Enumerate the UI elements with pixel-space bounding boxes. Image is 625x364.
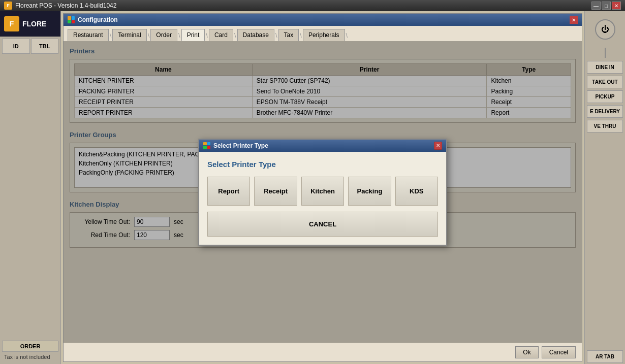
drive-thru-button[interactable]: VE THRU <box>587 120 623 133</box>
tab-card[interactable]: Card <box>209 29 233 41</box>
modal-overlay: Select Printer Type ✕ Select Printer Typ… <box>64 41 582 343</box>
modal-titlebar-left: Select Printer Type <box>203 142 268 149</box>
power-button-container: ⏻ <box>585 11 625 48</box>
minimize-button[interactable]: — <box>591 2 601 10</box>
select-printer-type-dialog: Select Printer Type ✕ Select Printer Typ… <box>198 139 447 246</box>
sidebar-top-buttons: ID TBL <box>0 37 60 56</box>
title-bar-controls[interactable]: — □ ✕ <box>591 2 621 10</box>
tab-sep-6: \ <box>275 31 277 41</box>
config-titlebar-left: Configuration <box>68 16 118 23</box>
tab-database[interactable]: Database <box>237 29 274 41</box>
tab-restaurant[interactable]: Restaurant <box>68 29 109 41</box>
report-type-button[interactable]: Report <box>207 177 250 206</box>
config-dialog: Configuration ✕ Restaurant \ Terminal \ … <box>63 13 582 362</box>
tab-sep-4: \ <box>206 31 208 41</box>
tab-sep-1: \ <box>110 31 112 41</box>
tab-print[interactable]: Print <box>181 29 205 41</box>
close-button[interactable]: ✕ <box>612 2 621 10</box>
config-footer: Ok Cancel <box>64 343 582 361</box>
divider <box>605 48 606 58</box>
modal-windows-logo <box>203 142 210 149</box>
delivery-button[interactable]: E DELIVERY <box>587 105 623 118</box>
config-close-button[interactable]: ✕ <box>570 16 578 24</box>
ok-button[interactable]: Ok <box>515 346 538 358</box>
app-logo-icon: F <box>4 2 12 10</box>
modal-close-button[interactable]: ✕ <box>434 142 442 150</box>
windows-logo-icon <box>68 16 75 23</box>
pickup-button[interactable]: PICKUP <box>587 90 623 103</box>
config-titlebar: Configuration ✕ <box>64 14 582 26</box>
cancel-large-button[interactable]: CANCEL <box>207 212 438 237</box>
id-button[interactable]: ID <box>2 39 30 54</box>
cancel-button[interactable]: Cancel <box>542 346 576 358</box>
power-button[interactable]: ⏻ <box>595 19 615 40</box>
take-out-button[interactable]: TAKE OUT <box>587 76 623 88</box>
tab-tax[interactable]: Tax <box>278 29 299 41</box>
packing-type-button[interactable]: Packing <box>348 177 391 206</box>
tab-sep-5: \ <box>234 31 236 41</box>
config-tabs: Restaurant \ Terminal \ Order \ Print \ … <box>64 26 582 41</box>
app-title-bar: F Floreant POS - Version 1.4-build1042 —… <box>0 0 625 11</box>
sidebar-logo: F FLORE <box>0 11 60 37</box>
tab-sep-7: \ <box>300 31 302 41</box>
modal-subtitle: Select Printer Type <box>207 160 438 169</box>
tab-terminal[interactable]: Terminal <box>112 29 146 41</box>
power-icon: ⏻ <box>601 25 609 34</box>
modal-titlebar: Select Printer Type ✕ <box>199 140 446 152</box>
sidebar-bottom: ORDER Tax is not included <box>0 339 60 364</box>
modal-title: Select Printer Type <box>213 142 268 149</box>
config-dialog-title: Configuration <box>78 16 118 23</box>
kitchen-type-button[interactable]: Kitchen <box>301 177 344 206</box>
kds-type-button[interactable]: KDS <box>395 177 438 206</box>
tab-sep-2: \ <box>148 31 150 41</box>
tbl-button[interactable]: TBL <box>31 39 59 54</box>
config-content: Printers Name Printer Type KITCHEN PRINT… <box>64 41 582 343</box>
receipt-type-button[interactable]: Receipt <box>254 177 297 206</box>
order-label: ORDER <box>2 341 58 352</box>
tab-order[interactable]: Order <box>150 29 177 41</box>
app-container: F FLORE ID TBL ORDER Tax is not included… <box>0 11 625 364</box>
sidebar: F FLORE ID TBL ORDER Tax is not included <box>0 11 61 364</box>
printer-type-buttons: Report Receipt Kitchen Packing KDS <box>207 177 438 206</box>
modal-content: Select Printer Type Report Receipt Kitch… <box>199 152 446 245</box>
logo-text: FLORE <box>22 20 46 28</box>
tax-label: Tax is not included <box>2 352 58 362</box>
maximize-button[interactable]: □ <box>602 2 611 10</box>
title-bar-left: F Floreant POS - Version 1.4-build1042 <box>4 2 116 10</box>
bar-tab-button[interactable]: AR TAB <box>587 350 623 363</box>
tab-peripherals[interactable]: Peripherals <box>303 29 345 41</box>
logo-icon: F <box>4 16 19 31</box>
tab-sep-8: \ <box>346 31 348 41</box>
right-panel: ⏻ DINE IN TAKE OUT PICKUP E DELIVERY VE … <box>584 11 625 364</box>
tab-sep-3: \ <box>178 31 180 41</box>
dine-in-button[interactable]: DINE IN <box>587 61 623 74</box>
app-title: Floreant POS - Version 1.4-build1042 <box>15 2 116 9</box>
